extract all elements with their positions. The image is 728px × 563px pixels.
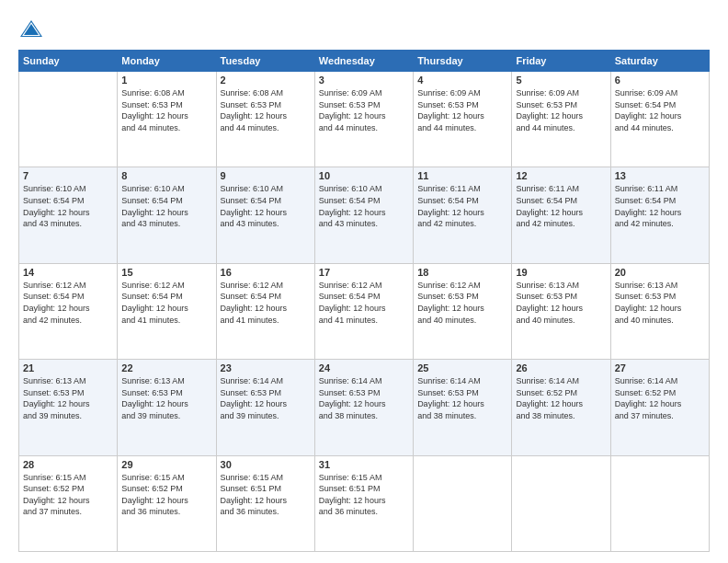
day-info: Sunrise: 6:08 AMSunset: 6:53 PMDaylight:… [221,87,311,133]
day-number: 20 [615,267,705,278]
day-info: Sunrise: 6:10 AMSunset: 6:54 PMDaylight:… [319,183,409,229]
day-number: 27 [615,362,705,373]
day-number: 11 [417,170,507,181]
day-info: Sunrise: 6:14 AMSunset: 6:52 PMDaylight:… [516,375,606,421]
calendar-week-1: 1Sunrise: 6:08 AMSunset: 6:53 PMDaylight… [19,72,710,167]
col-header-sunday: Sunday [19,51,118,72]
calendar-cell: 19Sunrise: 6:13 AMSunset: 6:53 PMDayligh… [512,263,610,359]
calendar-cell: 13Sunrise: 6:11 AMSunset: 6:54 PMDayligh… [610,167,709,263]
day-number: 17 [319,267,409,278]
day-info: Sunrise: 6:14 AMSunset: 6:53 PMDaylight:… [221,375,311,421]
calendar-cell: 21Sunrise: 6:13 AMSunset: 6:53 PMDayligh… [19,360,118,455]
day-info: Sunrise: 6:13 AMSunset: 6:53 PMDaylight:… [23,375,113,421]
calendar-cell: 12Sunrise: 6:11 AMSunset: 6:54 PMDayligh… [512,167,610,263]
calendar-cell: 8Sunrise: 6:10 AMSunset: 6:54 PMDaylight… [118,167,216,263]
day-number: 22 [121,362,211,373]
day-info: Sunrise: 6:12 AMSunset: 6:53 PMDaylight:… [417,280,507,326]
header [18,17,710,42]
day-info: Sunrise: 6:10 AMSunset: 6:54 PMDaylight:… [221,183,311,229]
day-info: Sunrise: 6:14 AMSunset: 6:53 PMDaylight:… [417,375,507,421]
calendar-cell: 9Sunrise: 6:10 AMSunset: 6:54 PMDaylight… [216,167,314,263]
calendar-cell: 30Sunrise: 6:15 AMSunset: 6:51 PMDayligh… [216,455,314,551]
day-info: Sunrise: 6:11 AMSunset: 6:54 PMDaylight:… [516,183,606,229]
calendar-week-5: 28Sunrise: 6:15 AMSunset: 6:52 PMDayligh… [19,455,710,551]
day-info: Sunrise: 6:09 AMSunset: 6:54 PMDaylight:… [615,87,705,133]
calendar-cell: 16Sunrise: 6:12 AMSunset: 6:54 PMDayligh… [216,263,314,359]
day-info: Sunrise: 6:09 AMSunset: 6:53 PMDaylight:… [417,87,507,133]
calendar-cell: 10Sunrise: 6:10 AMSunset: 6:54 PMDayligh… [314,167,413,263]
day-number: 2 [221,75,311,86]
day-info: Sunrise: 6:12 AMSunset: 6:54 PMDaylight:… [319,280,409,326]
day-info: Sunrise: 6:12 AMSunset: 6:54 PMDaylight:… [121,280,211,326]
day-info: Sunrise: 6:10 AMSunset: 6:54 PMDaylight:… [121,183,211,229]
day-info: Sunrise: 6:12 AMSunset: 6:54 PMDaylight:… [221,280,311,326]
day-info: Sunrise: 6:13 AMSunset: 6:53 PMDaylight:… [516,280,606,326]
day-number: 26 [516,362,606,373]
day-number: 14 [23,267,113,278]
calendar-cell: 6Sunrise: 6:09 AMSunset: 6:54 PMDaylight… [610,72,709,167]
calendar-cell: 2Sunrise: 6:08 AMSunset: 6:53 PMDaylight… [216,72,314,167]
calendar-cell [19,72,118,167]
day-info: Sunrise: 6:15 AMSunset: 6:51 PMDaylight:… [319,472,409,518]
day-info: Sunrise: 6:08 AMSunset: 6:53 PMDaylight:… [121,87,211,133]
day-number: 10 [319,170,409,181]
calendar-cell: 18Sunrise: 6:12 AMSunset: 6:53 PMDayligh… [414,263,512,359]
calendar-cell [512,455,610,551]
calendar-cell: 4Sunrise: 6:09 AMSunset: 6:53 PMDaylight… [414,72,512,167]
calendar-cell: 1Sunrise: 6:08 AMSunset: 6:53 PMDaylight… [118,72,216,167]
calendar-week-4: 21Sunrise: 6:13 AMSunset: 6:53 PMDayligh… [19,360,710,455]
calendar-cell: 7Sunrise: 6:10 AMSunset: 6:54 PMDaylight… [19,167,118,263]
day-number: 25 [417,362,507,373]
col-header-thursday: Thursday [414,51,512,72]
day-number: 12 [516,170,606,181]
day-info: Sunrise: 6:09 AMSunset: 6:53 PMDaylight:… [319,87,409,133]
calendar-cell: 20Sunrise: 6:13 AMSunset: 6:53 PMDayligh… [610,263,709,359]
calendar-table: SundayMondayTuesdayWednesdayThursdayFrid… [18,50,710,552]
day-number: 4 [417,75,507,86]
day-number: 31 [319,459,409,470]
calendar-cell: 29Sunrise: 6:15 AMSunset: 6:52 PMDayligh… [118,455,216,551]
calendar-cell: 27Sunrise: 6:14 AMSunset: 6:52 PMDayligh… [610,360,709,455]
day-number: 1 [121,75,211,86]
day-number: 8 [121,170,211,181]
calendar-cell: 14Sunrise: 6:12 AMSunset: 6:54 PMDayligh… [19,263,118,359]
day-info: Sunrise: 6:15 AMSunset: 6:51 PMDaylight:… [221,472,311,518]
day-number: 30 [221,459,311,470]
calendar-cell: 25Sunrise: 6:14 AMSunset: 6:53 PMDayligh… [414,360,512,455]
day-number: 3 [319,75,409,86]
col-header-monday: Monday [118,51,216,72]
day-number: 28 [23,459,113,470]
page: SundayMondayTuesdayWednesdayThursdayFrid… [0,0,728,563]
calendar-cell [610,455,709,551]
day-info: Sunrise: 6:09 AMSunset: 6:53 PMDaylight:… [516,87,606,133]
calendar-header-row: SundayMondayTuesdayWednesdayThursdayFrid… [19,51,710,72]
day-info: Sunrise: 6:15 AMSunset: 6:52 PMDaylight:… [23,472,113,518]
calendar-cell [414,455,512,551]
calendar-cell: 11Sunrise: 6:11 AMSunset: 6:54 PMDayligh… [414,167,512,263]
col-header-wednesday: Wednesday [314,51,413,72]
day-number: 19 [516,267,606,278]
day-info: Sunrise: 6:13 AMSunset: 6:53 PMDaylight:… [121,375,211,421]
calendar-cell: 5Sunrise: 6:09 AMSunset: 6:53 PMDaylight… [512,72,610,167]
day-info: Sunrise: 6:14 AMSunset: 6:52 PMDaylight:… [615,375,705,421]
col-header-saturday: Saturday [610,51,709,72]
calendar-cell: 26Sunrise: 6:14 AMSunset: 6:52 PMDayligh… [512,360,610,455]
calendar-cell: 23Sunrise: 6:14 AMSunset: 6:53 PMDayligh… [216,360,314,455]
day-number: 16 [221,267,311,278]
logo [18,17,46,42]
day-info: Sunrise: 6:12 AMSunset: 6:54 PMDaylight:… [23,280,113,326]
day-number: 18 [417,267,507,278]
calendar-cell: 31Sunrise: 6:15 AMSunset: 6:51 PMDayligh… [314,455,413,551]
calendar-cell: 22Sunrise: 6:13 AMSunset: 6:53 PMDayligh… [118,360,216,455]
col-header-friday: Friday [512,51,610,72]
calendar-week-3: 14Sunrise: 6:12 AMSunset: 6:54 PMDayligh… [19,263,710,359]
day-info: Sunrise: 6:11 AMSunset: 6:54 PMDaylight:… [417,183,507,229]
calendar-cell: 17Sunrise: 6:12 AMSunset: 6:54 PMDayligh… [314,263,413,359]
day-info: Sunrise: 6:15 AMSunset: 6:52 PMDaylight:… [121,472,211,518]
calendar-week-2: 7Sunrise: 6:10 AMSunset: 6:54 PMDaylight… [19,167,710,263]
day-number: 21 [23,362,113,373]
calendar-cell: 24Sunrise: 6:14 AMSunset: 6:53 PMDayligh… [314,360,413,455]
calendar-cell: 15Sunrise: 6:12 AMSunset: 6:54 PMDayligh… [118,263,216,359]
day-info: Sunrise: 6:10 AMSunset: 6:54 PMDaylight:… [23,183,113,229]
day-info: Sunrise: 6:11 AMSunset: 6:54 PMDaylight:… [615,183,705,229]
